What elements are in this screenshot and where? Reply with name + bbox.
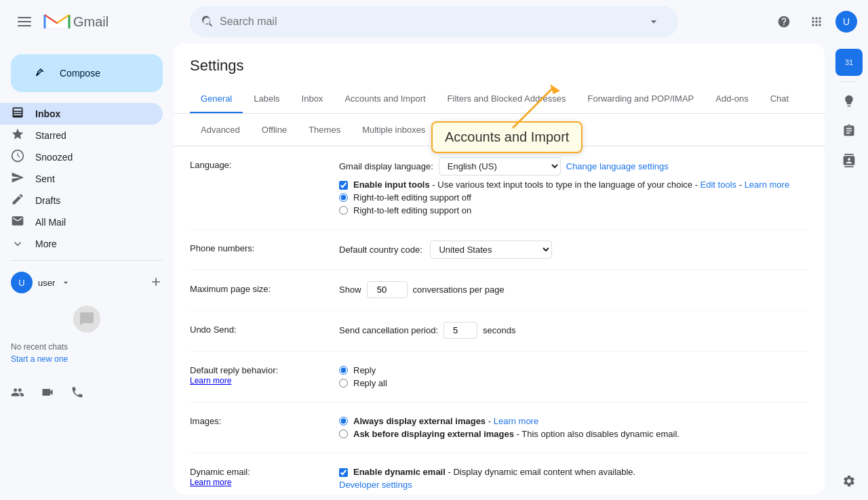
search-dropdown-btn[interactable] [640,8,667,35]
seconds-label: seconds [483,325,515,335]
drafts-icon [11,192,24,209]
sub-tab-offline[interactable]: Offline [251,119,298,140]
add-account-btn[interactable] [149,275,163,291]
avatar[interactable]: U [835,11,857,33]
inbox-icon [11,106,24,123]
dynamic-email-value: Enable dynamic email - Display dynamic e… [339,464,808,490]
settings-panel-icon[interactable] [835,467,863,495]
settings-row-phone: Phone numbers: Default country code: Uni… [190,230,808,270]
always-display-radio[interactable] [339,417,348,425]
tab-forwarding[interactable]: Forwarding and POP/IMAP [576,85,705,114]
rtl-on-radio[interactable] [339,206,348,215]
tab-inbox[interactable]: Inbox [291,85,334,114]
enable-dynamic-option: Enable dynamic email - Display dynamic e… [339,467,808,477]
ask-before-desc: - This option also disables dynamic emai… [517,429,679,439]
enable-dynamic-label: Enable dynamic email [353,467,446,477]
svg-rect-2 [18,25,31,26]
reply-radio[interactable] [339,366,348,375]
language-label: Language: [190,157,339,170]
search-bar[interactable] [190,6,678,37]
sidebar-item-inbox[interactable]: Inbox [0,103,163,125]
display-language-text: Gmail display language: [339,161,433,171]
sub-tab-advanced[interactable]: Advanced [190,119,251,140]
phone-icon[interactable] [71,386,84,399]
sidebar-bottom-icons [0,375,174,410]
tab-labels[interactable]: Labels [243,85,290,114]
reply-all-radio[interactable] [339,379,348,388]
always-display-label: Always display external images [353,416,486,426]
sidebar-item-drafts[interactable]: Drafts [0,190,163,211]
tab-accounts-import[interactable]: Accounts and Import [334,85,436,114]
sidebar-more-btn[interactable]: More [0,233,174,255]
always-display-option: Always display external images - Learn m… [339,416,808,426]
sub-tab-themes[interactable]: Themes [298,119,351,140]
show-label: Show [339,285,361,295]
developer-settings-link[interactable]: Developer settings [339,480,412,490]
keep-icon[interactable] [835,87,863,114]
ask-before-radio[interactable] [339,430,348,438]
tab-filters[interactable]: Filters and Blocked Addresses [437,85,577,114]
enable-tools-option: Enable input tools - Use various text in… [339,180,808,190]
language-value: Gmail display language: English (US) Cha… [339,157,808,218]
settings-header: Settings [174,43,825,85]
help-button[interactable] [770,8,797,35]
settings-title: Settings [190,57,808,75]
meet-icon[interactable] [41,386,54,399]
settings-row-undo-send: Undo Send: Send cancellation period: sec… [190,311,808,352]
people-icon[interactable] [11,386,24,399]
reply-learn-more[interactable]: Learn more [190,376,231,386]
contacts-icon[interactable] [835,147,863,174]
cancellation-period-input[interactable] [443,322,477,339]
tab-add-ons[interactable]: Add-ons [705,85,759,114]
sidebar-item-label: Starred [35,130,66,141]
compose-button[interactable]: Compose [11,54,163,92]
snoozed-icon [11,149,24,166]
settings-sub-tabs: Advanced Offline Themes Multiple inboxes [174,114,825,146]
search-input[interactable] [220,16,635,28]
default-country-label: Default country code: [339,245,422,255]
page-size-label: Maximum page size: [190,281,339,294]
sent-icon [11,171,24,188]
page-size-input[interactable] [367,281,408,298]
enable-dynamic-desc: - Display dynamic email content when ava… [448,467,635,477]
dynamic-email-learn-more[interactable]: Learn more [190,478,231,487]
right-panel-divider [841,81,857,82]
sidebar-item-all-mail[interactable]: All Mail [0,211,163,233]
menu-icon[interactable] [11,8,38,35]
country-code-select[interactable]: United States [430,241,552,259]
sub-tab-multiple-inboxes[interactable]: Multiple inboxes [351,119,436,140]
sidebar-item-snoozed[interactable]: Snoozed [0,146,163,168]
change-language-link[interactable]: Change language settings [566,161,669,171]
tasks-icon[interactable] [835,117,863,144]
tab-chat[interactable]: Chat [760,85,800,114]
sidebar-item-label: Inbox [35,108,60,119]
language-select[interactable]: English (US) [439,157,561,175]
learn-more-tools-link[interactable]: Learn more [745,180,789,190]
tab-general[interactable]: General [190,85,243,114]
star-icon [11,127,24,144]
apps-button[interactable] [803,8,830,35]
reply-option: Reply [339,365,808,375]
start-new-chat[interactable]: Start a new one [11,354,163,364]
enable-tools-checkbox[interactable] [339,181,348,190]
calendar-icon[interactable]: 31 [835,49,863,76]
settings-row-images: Images: Always display external images -… [190,402,808,453]
rtl-on-label: Right-to-left editing support on [353,205,471,215]
images-learn-more[interactable]: Learn more [494,416,538,426]
sidebar-item-label: All Mail [35,217,66,228]
sidebar-item-label: Sent [35,173,55,184]
edit-tools-link[interactable]: Edit tools [701,180,736,190]
user-row[interactable]: U user [0,266,174,299]
user-avatar: U [11,272,33,293]
rtl-on-option: Right-to-left editing support on [339,205,808,215]
conversations-per-page: conversations per page [413,285,505,295]
enable-dynamic-checkbox[interactable] [339,468,348,477]
reply-value: Reply Reply all [339,362,808,391]
rtl-off-radio[interactable] [339,193,348,202]
phone-value: Default country code: United States [339,241,808,259]
no-recent-chats: No recent chats [11,342,163,352]
right-panel-bottom [835,467,863,495]
settings-row-dynamic-email: Dynamic email: Learn more Enable dynamic… [190,453,808,495]
sidebar-item-starred[interactable]: Starred [0,125,163,146]
sidebar-item-sent[interactable]: Sent [0,168,163,190]
